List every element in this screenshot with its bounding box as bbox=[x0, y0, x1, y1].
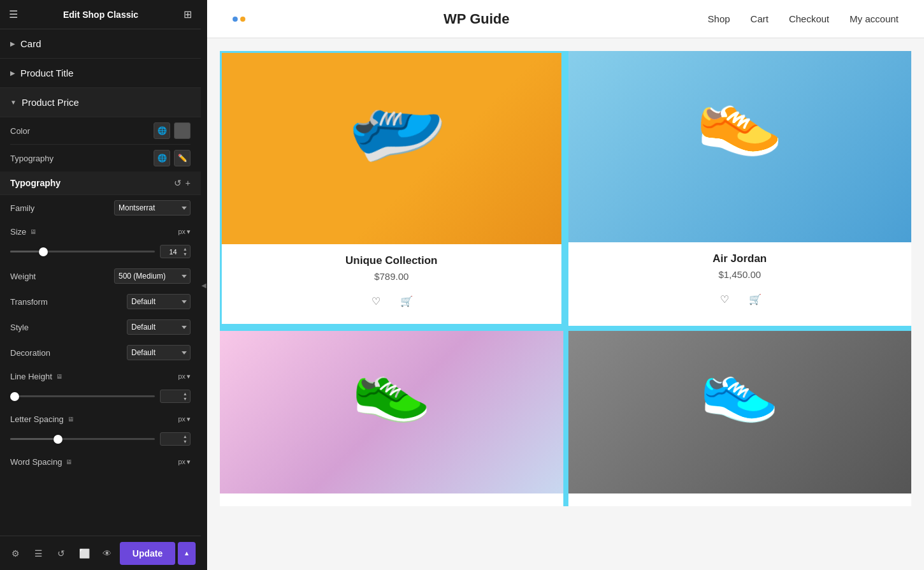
line-height-arrows: ▲ ▼ bbox=[183, 391, 187, 401]
reset-typography-btn[interactable]: ↺ bbox=[174, 178, 182, 188]
word-spacing-unit-label: px bbox=[178, 458, 185, 465]
global-typography-btn[interactable]: 🌐 bbox=[154, 150, 170, 166]
size-label: Size bbox=[10, 227, 26, 237]
letter-spacing-unit-chevron: ▾ bbox=[187, 415, 191, 423]
color-picker-btn[interactable] bbox=[174, 122, 191, 139]
size-unit-btn[interactable]: px ▾ bbox=[178, 228, 191, 236]
nav-checkout[interactable]: Checkout bbox=[789, 13, 829, 24]
size-arrows: ▲ ▼ bbox=[183, 247, 187, 256]
size-slider-track[interactable] bbox=[10, 251, 155, 252]
panel-title: Edit Shop Classic bbox=[18, 10, 184, 20]
layers-icon-btn[interactable]: ☰ bbox=[28, 543, 48, 564]
edit-typography-btn[interactable]: ✏️ bbox=[174, 150, 191, 166]
color-row: Color 🌐 bbox=[0, 117, 201, 144]
arrow-icon: ▶ bbox=[10, 40, 15, 47]
style-label: Style bbox=[10, 323, 29, 332]
product-name-1: Unique Collection bbox=[222, 254, 561, 267]
family-controls: Montserrat Roboto Open Sans bbox=[114, 200, 191, 216]
nav-my-account[interactable]: My account bbox=[849, 13, 899, 24]
transform-select[interactable]: Default None Uppercase Lowercase Capital… bbox=[127, 294, 191, 309]
add-typography-btn[interactable]: + bbox=[185, 178, 191, 188]
size-slider-group: 14 ▲ ▼ bbox=[10, 245, 191, 258]
site-logo: WP Guide bbox=[444, 11, 510, 27]
cart-btn-2[interactable]: 🛒 bbox=[745, 289, 765, 309]
collapse-button[interactable]: ▲ bbox=[178, 542, 196, 565]
line-height-unit-btn[interactable]: px ▾ bbox=[178, 372, 191, 381]
line-height-up-arrow[interactable]: ▲ bbox=[183, 391, 187, 396]
size-controls: px ▾ bbox=[178, 228, 191, 236]
settings-icon-btn[interactable]: ⚙ bbox=[5, 543, 25, 564]
word-spacing-unit-chevron: ▾ bbox=[187, 458, 191, 466]
preview-icon-btn[interactable]: 👁 bbox=[97, 543, 117, 564]
template-icon-btn[interactable]: ⬜ bbox=[74, 543, 94, 564]
line-height-row: Line Height 🖥 px ▾ bbox=[0, 365, 201, 387]
word-spacing-label-group: Word Spacing 🖥 bbox=[10, 457, 72, 467]
style-controls: Default Normal Italic bbox=[127, 319, 191, 335]
product-card-1: Unique Collection $789.00 ♡ 🛒 bbox=[220, 51, 563, 326]
size-slider-thumb[interactable] bbox=[39, 247, 48, 256]
wishlist-btn-2[interactable]: ♡ bbox=[714, 289, 735, 309]
size-unit-label: px bbox=[178, 228, 185, 235]
line-height-label-group: Line Height 🖥 bbox=[10, 372, 62, 381]
decoration-label: Decoration bbox=[10, 348, 50, 358]
cart-btn-1[interactable]: 🛒 bbox=[396, 291, 417, 311]
product-image-1 bbox=[222, 53, 561, 244]
nav-product-title-label: Product Title bbox=[20, 68, 73, 78]
word-spacing-unit-group: px ▾ bbox=[178, 458, 191, 466]
product-grid: Unique Collection $789.00 ♡ 🛒 Air Jordan… bbox=[220, 51, 911, 506]
letter-spacing-slider-row: ▲ ▼ bbox=[0, 430, 201, 451]
line-height-slider-thumb[interactable] bbox=[10, 392, 19, 401]
mac-dots bbox=[233, 17, 245, 22]
main-content: WP Guide Shop Cart Checkout My account U… bbox=[207, 0, 924, 570]
nav-cart[interactable]: Cart bbox=[751, 13, 769, 24]
wishlist-btn-1[interactable]: ♡ bbox=[366, 291, 386, 311]
size-input: 14 ▲ ▼ bbox=[160, 245, 191, 258]
size-up-arrow[interactable]: ▲ bbox=[183, 247, 187, 251]
letter-spacing-slider-group: ▲ ▼ bbox=[10, 432, 191, 446]
product-grid-wrap: Unique Collection $789.00 ♡ 🛒 Air Jordan… bbox=[207, 38, 924, 570]
transform-row: Transform Default None Uppercase Lowerca… bbox=[0, 289, 201, 314]
letter-spacing-up-arrow[interactable]: ▲ bbox=[183, 434, 187, 439]
decoration-select[interactable]: Default None Underline Line-through bbox=[127, 345, 191, 360]
history-icon-btn[interactable]: ↺ bbox=[51, 543, 71, 564]
letter-spacing-row: Letter Spacing 🖥 px ▾ bbox=[0, 408, 201, 430]
weight-select[interactable]: 500 (Medium) 400 (Regular) 700 (Bold) bbox=[114, 268, 191, 284]
word-spacing-unit-btn[interactable]: px ▾ bbox=[178, 458, 191, 466]
letter-spacing-unit-group: px ▾ bbox=[178, 415, 191, 423]
line-height-responsive-icon: 🖥 bbox=[56, 373, 62, 380]
size-down-arrow[interactable]: ▼ bbox=[183, 252, 187, 256]
letter-spacing-unit-btn[interactable]: px ▾ bbox=[178, 415, 191, 423]
product-card-4 bbox=[568, 331, 912, 506]
nav-item-card[interactable]: ▶ Card bbox=[0, 29, 201, 59]
family-row: Family Montserrat Roboto Open Sans bbox=[0, 195, 201, 221]
transform-controls: Default None Uppercase Lowercase Capital… bbox=[127, 294, 191, 309]
row-separator bbox=[220, 326, 911, 331]
letter-spacing-label-group: Letter Spacing 🖥 bbox=[10, 414, 74, 424]
letter-spacing-down-arrow[interactable]: ▼ bbox=[183, 439, 187, 444]
family-label: Family bbox=[10, 203, 34, 213]
style-select[interactable]: Default Normal Italic bbox=[127, 319, 191, 335]
hamburger-icon[interactable]: ☰ bbox=[9, 8, 18, 20]
update-button[interactable]: Update bbox=[120, 542, 175, 565]
panel-resize-handle[interactable]: ◀ bbox=[201, 0, 207, 570]
typography-section-header: Typography ↺ + bbox=[0, 172, 201, 195]
letter-spacing-slider-track[interactable] bbox=[10, 438, 155, 440]
letter-spacing-slider-thumb[interactable] bbox=[54, 435, 62, 444]
product-name-2: Air Jordan bbox=[568, 252, 912, 265]
global-color-btn[interactable]: 🌐 bbox=[154, 122, 170, 139]
line-height-slider-row: ▲ ▼ bbox=[0, 387, 201, 408]
nav-card-label: Card bbox=[20, 38, 41, 49]
family-select[interactable]: Montserrat Roboto Open Sans bbox=[114, 200, 191, 216]
line-height-down-arrow[interactable]: ▼ bbox=[183, 397, 187, 401]
nav-item-product-title[interactable]: ▶ Product Title bbox=[0, 59, 201, 88]
nav-shop[interactable]: Shop bbox=[708, 13, 730, 24]
letter-spacing-input: ▲ ▼ bbox=[160, 432, 191, 446]
word-spacing-label: Word Spacing bbox=[10, 457, 62, 467]
size-row: Size 🖥 px ▾ bbox=[0, 221, 201, 242]
nav-item-product-price[interactable]: ▼ Product Price bbox=[0, 88, 201, 117]
line-height-slider-track[interactable] bbox=[10, 395, 155, 397]
word-spacing-responsive-icon: 🖥 bbox=[66, 458, 72, 465]
nav-section: ▶ Card ▶ Product Title ▼ Product Price bbox=[0, 29, 201, 117]
size-value[interactable]: 14 bbox=[163, 248, 183, 256]
grid-icon[interactable]: ⊞ bbox=[184, 8, 192, 20]
